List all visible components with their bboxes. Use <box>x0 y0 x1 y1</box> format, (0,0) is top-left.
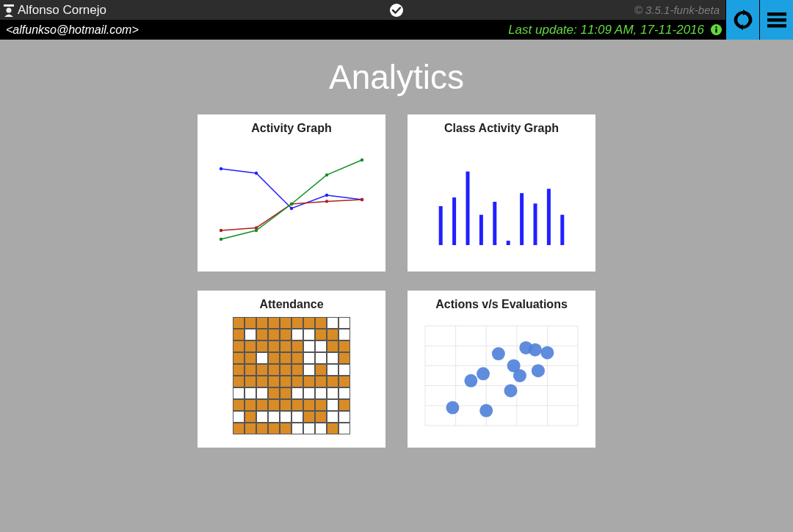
attendance-cell <box>233 387 245 399</box>
attendance-cell <box>303 329 315 340</box>
attendance-cell <box>256 423 268 434</box>
svg-point-12 <box>255 172 258 175</box>
card-actions-evaluations[interactable]: Actions v/s Evaluations <box>408 291 595 448</box>
svg-point-59 <box>540 346 554 360</box>
chart-activity <box>206 141 377 258</box>
attendance-cell <box>268 387 280 399</box>
attendance-cell <box>327 317 338 329</box>
attendance-cell <box>303 317 315 329</box>
attendance-cell <box>327 340 338 352</box>
attendance-cell <box>303 364 315 376</box>
attendance-cell <box>268 329 280 340</box>
svg-point-14 <box>325 194 328 197</box>
card-activity-graph[interactable]: Activity Graph <box>198 114 385 272</box>
attendance-cell <box>292 317 303 329</box>
attendance-cell <box>292 387 303 399</box>
attendance-cell <box>338 376 350 387</box>
attendance-cell <box>292 376 303 387</box>
attendance-cell <box>303 387 315 399</box>
card-title-class-activity: Class Activity Graph <box>416 122 587 135</box>
refresh-button[interactable] <box>725 0 759 40</box>
attendance-cell <box>303 411 315 423</box>
attendance-cell <box>327 411 338 423</box>
attendance-cell <box>280 411 292 423</box>
svg-point-55 <box>513 369 526 382</box>
attendance-cell <box>338 399 350 411</box>
attendance-cell <box>233 364 245 376</box>
attendance-cell <box>233 352 245 364</box>
attendance-cell <box>303 423 315 434</box>
attendance-cell <box>327 376 338 387</box>
attendance-cell <box>280 376 292 387</box>
svg-point-48 <box>446 401 459 415</box>
attendance-cell <box>292 423 303 434</box>
menubar-sub: <alfunkso@hotmail.com> Last update: 11:0… <box>0 20 793 40</box>
attendance-cell <box>280 423 292 434</box>
check-badge-icon <box>389 3 404 18</box>
svg-rect-5 <box>715 29 717 33</box>
svg-point-49 <box>464 374 477 387</box>
card-attendance[interactable]: Attendance <box>198 291 385 448</box>
info-icon[interactable] <box>710 23 723 36</box>
attendance-cell <box>245 317 256 329</box>
attendance-cell <box>327 399 338 411</box>
svg-point-51 <box>479 404 493 418</box>
svg-point-19 <box>325 200 328 203</box>
attendance-cell <box>233 329 245 340</box>
attendance-cell <box>268 411 280 423</box>
card-class-activity-graph[interactable]: Class Activity Graph <box>408 114 595 272</box>
attendance-cell <box>245 376 256 387</box>
chart-class-activity <box>416 141 587 258</box>
chart-actions-eval <box>416 317 587 434</box>
attendance-cell <box>338 352 350 364</box>
card-grid: Activity Graph Class Activity Graph Atte… <box>0 114 793 448</box>
svg-point-53 <box>504 384 517 397</box>
attendance-cell <box>327 329 338 340</box>
svg-rect-26 <box>439 206 443 245</box>
attendance-cell <box>280 364 292 376</box>
svg-point-13 <box>290 207 293 210</box>
attendance-cell <box>292 352 303 364</box>
attendance-cell <box>268 376 280 387</box>
hamburger-icon <box>765 8 789 32</box>
svg-point-52 <box>492 347 505 360</box>
attendance-cell <box>245 411 256 423</box>
svg-rect-28 <box>466 172 470 245</box>
svg-rect-31 <box>507 241 510 245</box>
svg-point-50 <box>477 367 490 380</box>
svg-point-4 <box>715 26 717 28</box>
attendance-cell <box>303 376 315 387</box>
svg-rect-34 <box>547 189 551 245</box>
svg-point-2 <box>390 4 403 17</box>
attendance-cell <box>268 399 280 411</box>
attendance-cell <box>315 364 327 376</box>
attendance-cell <box>280 352 292 364</box>
user-name: Alfonso Cornejo <box>18 3 106 18</box>
attendance-cell <box>233 317 245 329</box>
user-email: <alfunkso@hotmail.com> <box>3 23 139 37</box>
refresh-icon <box>731 8 755 32</box>
attendance-cell <box>245 364 256 376</box>
attendance-cell <box>315 352 327 364</box>
attendance-cell <box>315 329 327 340</box>
card-title-actions-eval: Actions v/s Evaluations <box>416 298 587 311</box>
attendance-cell <box>303 340 315 352</box>
attendance-cell <box>338 411 350 423</box>
attendance-cell <box>338 329 350 340</box>
attendance-cell <box>233 376 245 387</box>
svg-rect-32 <box>520 193 524 245</box>
svg-rect-10 <box>767 24 786 28</box>
main-content: Analytics Activity Graph Class Activity … <box>0 40 793 532</box>
attendance-cell <box>256 364 268 376</box>
attendance-cell <box>315 317 327 329</box>
attendance-cell <box>245 340 256 352</box>
menu-button[interactable] <box>759 0 793 40</box>
attendance-cell <box>256 376 268 387</box>
svg-point-25 <box>361 158 363 161</box>
attendance-cell <box>245 352 256 364</box>
svg-rect-0 <box>4 4 14 7</box>
attendance-cell <box>303 399 315 411</box>
attendance-cell <box>233 340 245 352</box>
attendance-cell <box>327 364 338 376</box>
svg-point-58 <box>532 364 545 377</box>
